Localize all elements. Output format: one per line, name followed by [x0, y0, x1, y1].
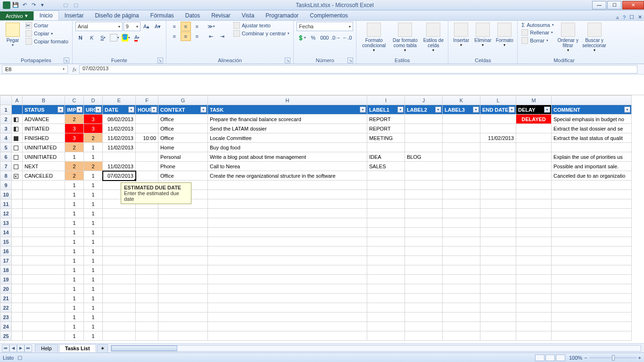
row-header-9[interactable]: 9 [0, 181, 12, 190]
dialog-launcher-icon[interactable]: ↘ [347, 58, 353, 63]
row-header-17[interactable]: 17 [0, 256, 12, 265]
table-row[interactable]: 2411 [0, 322, 632, 331]
delete-cells-button[interactable]: Eliminar▾ [473, 22, 493, 48]
table-row[interactable]: 911 [0, 181, 632, 190]
table-row[interactable]: 3INITIATED3311/02/2013OfficeSend the LAT… [0, 124, 632, 133]
row-header-7[interactable]: 7 [0, 162, 12, 171]
filter-arrow-icon[interactable]: ▼ [76, 107, 83, 113]
macro-record-icon[interactable]: ▢ [17, 354, 22, 361]
zoom-in-button[interactable]: + [638, 355, 641, 361]
format-cells-button[interactable]: Formato▾ [495, 22, 514, 48]
sheet-nav-last-icon[interactable]: ⏭ [25, 345, 32, 352]
dialog-launcher-icon[interactable]: ↘ [157, 58, 163, 63]
ribbon-tab-dise-o-de-p-gina[interactable]: Diseño de página [89, 11, 144, 20]
decrease-decimal-button[interactable]: ←.0 [342, 33, 352, 42]
worksheet-grid[interactable]: ABCDEFGHIJKLM1STATUS▼IMP▼URG▼DATE▼HOUR▼C… [0, 95, 644, 343]
table-header-urg[interactable]: URG▼ [84, 105, 103, 115]
table-header-delay[interactable]: DELAY▼ [516, 105, 552, 115]
row-header-12[interactable]: 12 [0, 209, 12, 218]
table-header-label3[interactable]: LABEL3▼ [443, 105, 480, 115]
redo-icon[interactable]: ↷ [30, 1, 37, 9]
conditional-format-button[interactable]: Formato condicional▾ [359, 22, 388, 53]
sheet-tab-help[interactable]: Help [35, 344, 58, 352]
grow-font-button[interactable]: A▴ [141, 22, 152, 31]
row-header-1[interactable]: 1 [0, 105, 12, 115]
row-header-16[interactable]: 16 [0, 247, 12, 256]
percent-button[interactable]: % [308, 33, 318, 42]
border-button[interactable]: ▾ [109, 33, 120, 42]
table-row[interactable]: 1711 [0, 256, 632, 265]
col-header-J[interactable]: J [405, 96, 443, 105]
ribbon-tab-programador[interactable]: Programador [260, 11, 304, 20]
row-header-18[interactable]: 18 [0, 265, 12, 275]
row-header-23[interactable]: 23 [0, 313, 12, 322]
maximize-button[interactable]: ☐ [607, 1, 621, 9]
row-header-20[interactable]: 20 [0, 284, 12, 294]
col-header-E[interactable]: E [103, 96, 136, 105]
table-header-date[interactable]: DATE▼ [103, 105, 136, 115]
qat-dropdown-icon[interactable]: ▾ [39, 1, 46, 9]
cell-styles-button[interactable]: Estilos de celda▾ [421, 22, 445, 53]
font-name-combo[interactable]: Arial▾ [75, 22, 123, 31]
filter-arrow-icon[interactable]: ▼ [509, 107, 515, 113]
table-row[interactable]: 1411 [0, 228, 632, 237]
align-right-button[interactable]: ≡ [192, 32, 202, 41]
dialog-launcher-icon[interactable]: ↘ [64, 58, 69, 63]
fill-color-button[interactable]: 🪣▾ [121, 33, 131, 42]
filter-arrow-icon[interactable]: ▼ [360, 107, 366, 113]
table-header-task[interactable]: TASK▼ [208, 105, 367, 115]
table-header-status[interactable]: STATUS▼ [23, 105, 65, 115]
table-row[interactable]: 1211 [0, 209, 632, 218]
shrink-font-button[interactable]: A▾ [153, 22, 163, 31]
align-center-button[interactable]: ≡ [181, 32, 191, 41]
help-icon[interactable]: ? [621, 15, 627, 20]
row-header-14[interactable]: 14 [0, 228, 12, 237]
filter-arrow-icon[interactable]: ▼ [95, 107, 101, 113]
table-row[interactable]: 1811 [0, 265, 632, 275]
table-row[interactable]: 2311 [0, 313, 632, 322]
row-header-25[interactable]: 25 [0, 331, 12, 341]
row-header-22[interactable]: 22 [0, 303, 12, 313]
filter-arrow-icon[interactable]: ▼ [200, 107, 206, 113]
row-header-8[interactable]: 8 [0, 171, 12, 181]
table-header-comment[interactable]: COMMENT▼ [552, 105, 632, 115]
format-as-table-button[interactable]: Dar formato como tabla▾ [390, 22, 420, 53]
row-header-21[interactable]: 21 [0, 294, 12, 303]
close-button[interactable]: ✕ [622, 1, 644, 9]
minimize-button[interactable]: — [592, 1, 606, 9]
table-row[interactable]: 1011 [0, 190, 632, 199]
col-header-L[interactable]: L [480, 96, 516, 105]
align-bottom-button[interactable]: ≡ [192, 22, 202, 31]
ribbon-tab-inicio[interactable]: Inicio [33, 10, 59, 20]
table-header-imp[interactable]: IMP▼ [65, 105, 84, 115]
filter-arrow-icon[interactable]: ▼ [58, 107, 64, 113]
autosum-button[interactable]: Σ Autosuma ▾ [520, 22, 554, 28]
filter-arrow-icon[interactable]: ▼ [624, 107, 630, 113]
zoom-out-button[interactable]: − [584, 355, 587, 361]
file-tab[interactable]: Archivo▾ [0, 11, 33, 20]
align-left-button[interactable]: ≡ [169, 32, 180, 41]
sheet-nav-prev-icon[interactable]: ◀ [9, 345, 17, 352]
table-row[interactable]: 6UNINITIATED11PersonalWrite a blog post … [0, 152, 632, 162]
col-header-G[interactable]: G [158, 96, 208, 105]
table-header-end-date[interactable]: END DATE▼ [480, 105, 516, 115]
col-header-F[interactable]: F [136, 96, 158, 105]
filter-arrow-icon[interactable]: ▼ [151, 107, 157, 113]
sheet-tab-tasks-list[interactable]: Tasks List [59, 344, 96, 352]
undo-icon[interactable]: ↶ [21, 1, 28, 9]
row-header-5[interactable]: 5 [0, 143, 12, 152]
align-top-button[interactable]: ≡ [169, 22, 180, 31]
row-header-13[interactable]: 13 [0, 218, 12, 228]
dialog-launcher-icon[interactable]: ↘ [285, 58, 290, 63]
table-header-label2[interactable]: LABEL2▼ [405, 105, 443, 115]
horizontal-scrollbar[interactable] [111, 345, 641, 352]
col-header-C[interactable]: C [65, 96, 84, 105]
bold-button[interactable]: N [75, 33, 86, 42]
table-row[interactable]: 1911 [0, 275, 632, 284]
wrap-text-button[interactable]: Ajustar texto [232, 22, 291, 29]
row-header-11[interactable]: 11 [0, 199, 12, 209]
sheet-nav-first-icon[interactable]: ⏮ [2, 345, 9, 352]
orientation-button[interactable]: ≫▾ [206, 22, 216, 31]
ribbon-tab-revisar[interactable]: Revisar [206, 11, 236, 20]
table-row[interactable]: 1311 [0, 218, 632, 228]
